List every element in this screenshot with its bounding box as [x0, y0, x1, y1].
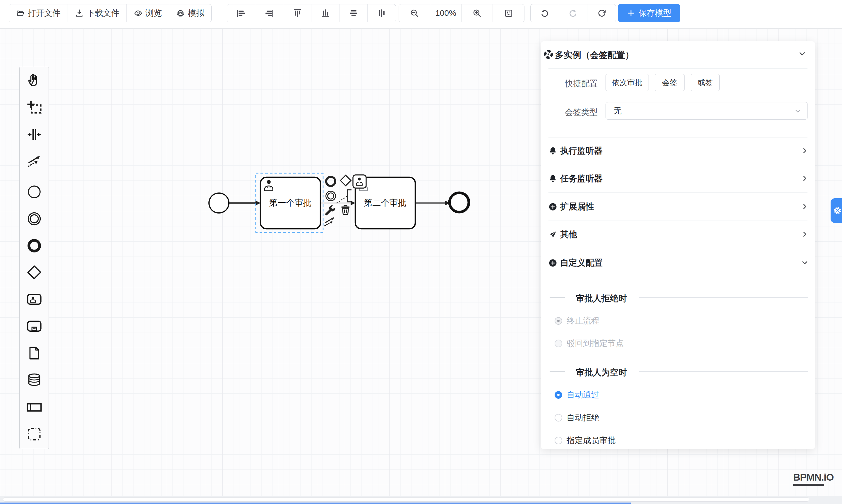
section-extended-attributes[interactable]: 扩展属性	[541, 198, 815, 216]
reset-icon	[597, 8, 607, 18]
quick-option-countersign[interactable]: 会签	[655, 74, 685, 91]
palette-data-object[interactable]	[26, 345, 43, 362]
global-connect-tool[interactable]	[26, 153, 43, 170]
distribute-horizontal-button[interactable]	[368, 4, 396, 22]
sign-type-select[interactable]: 无	[606, 102, 808, 120]
bpmn-diagram: 第一个审批 第二个审批	[187, 164, 492, 246]
task2-label: 第二个审批	[364, 198, 406, 208]
quick-option-sequential[interactable]: 依次审批	[606, 74, 649, 91]
zoom-out-button[interactable]	[399, 4, 430, 22]
radio-icon	[555, 340, 562, 347]
radio-auto-pass[interactable]: 自动通过	[541, 390, 815, 400]
section-label: 执行监听器	[560, 145, 602, 157]
section-execution-listener[interactable]: 执行监听器	[541, 142, 815, 160]
palette-intermediate-event[interactable]	[26, 210, 43, 227]
section-custom-config[interactable]: 自定义配置	[541, 254, 815, 272]
divider	[548, 220, 807, 221]
palette-participant[interactable]	[26, 399, 43, 416]
trash-icon[interactable]	[341, 205, 349, 214]
sequence-flow-3[interactable]	[415, 201, 450, 205]
radio-terminate-process[interactable]: 终止流程	[541, 316, 815, 326]
preview-button[interactable]: 浏览	[127, 4, 169, 22]
zoom-in-button[interactable]	[461, 4, 493, 22]
distribute-vertical-button[interactable]	[339, 4, 368, 22]
reset-button[interactable]	[587, 4, 616, 22]
radio-label: 终止流程	[567, 315, 599, 326]
align-left-button[interactable]	[227, 4, 255, 22]
align-bottom-icon	[320, 8, 330, 18]
gear-icon	[833, 206, 842, 215]
quick-option-orsign[interactable]: 或签	[691, 74, 720, 91]
append-intermediate-event-icon[interactable]	[326, 191, 336, 201]
append-end-event-icon[interactable]	[326, 177, 335, 186]
save-model-button[interactable]: 保存模型	[618, 4, 680, 22]
horizontal-scrollbar[interactable]	[0, 496, 842, 504]
start-event-icon	[27, 184, 41, 199]
open-file-label: 打开文件	[28, 7, 60, 19]
eye-icon	[134, 9, 142, 18]
download-file-button[interactable]: 下载文件	[68, 4, 127, 22]
plus-circle-icon	[548, 202, 557, 211]
chevron-down-icon	[794, 107, 802, 115]
simulate-button[interactable]: 模拟	[169, 4, 211, 22]
radio-auto-reject[interactable]: 自动拒绝	[541, 413, 815, 422]
palette-start-event[interactable]	[26, 183, 43, 200]
panel-title: 多实例（会签配置）	[555, 49, 634, 61]
align-top-button[interactable]	[283, 4, 311, 22]
radio-assign-member[interactable]: 指定成员审批	[541, 436, 815, 445]
align-right-button[interactable]	[255, 4, 283, 22]
bell-icon	[548, 147, 557, 155]
palette-group[interactable]	[26, 426, 43, 443]
chevron-right-icon	[801, 147, 809, 155]
chevron-down-icon[interactable]	[798, 50, 807, 58]
radio-label: 指定成员审批	[567, 435, 616, 446]
hand-icon	[27, 72, 42, 88]
data-object-icon	[27, 346, 41, 360]
palette-gateway[interactable]	[26, 264, 43, 281]
section-task-listener[interactable]: 任务监听器	[541, 170, 815, 187]
append-text-annotation-icon[interactable]	[336, 190, 351, 203]
fit-viewport-button[interactable]	[493, 4, 524, 22]
palette	[19, 67, 49, 449]
zoom-level-value: 100%	[435, 8, 456, 18]
radio-return-to-node[interactable]: 驳回到指定节点	[541, 339, 815, 348]
radio-label: 自动拒绝	[567, 412, 599, 423]
undo-button[interactable]	[531, 4, 559, 22]
palette-data-store[interactable]	[26, 371, 43, 388]
palette-end-event[interactable]	[26, 237, 43, 254]
palette-subprocess[interactable]	[26, 318, 43, 335]
send-icon	[548, 230, 557, 239]
divider	[548, 137, 807, 138]
section-other[interactable]: 其他	[541, 226, 815, 244]
connect-tool-icon[interactable]	[325, 217, 334, 226]
scrollbar-progress	[0, 503, 631, 504]
participant-icon	[26, 399, 42, 415]
quick-config-label: 快捷配置	[565, 78, 598, 89]
empty-title-row: 审批人为空时	[541, 366, 815, 377]
zoom-in-icon	[472, 8, 482, 18]
start-event-node[interactable]	[209, 193, 229, 213]
divider	[548, 277, 807, 277]
open-file-button[interactable]: 打开文件	[9, 4, 68, 22]
append-gateway-icon[interactable]	[340, 175, 351, 186]
distribute-vertical-icon	[349, 8, 358, 18]
space-tool[interactable]	[26, 126, 43, 143]
wrench-icon[interactable]	[325, 205, 335, 215]
hand-tool[interactable]	[26, 71, 43, 88]
radio-label: 自动通过	[567, 389, 599, 400]
chevron-right-icon	[801, 230, 809, 238]
radio-icon	[555, 317, 562, 325]
chevron-down-icon	[801, 258, 809, 267]
user-task-icon	[27, 291, 42, 307]
align-bottom-button[interactable]	[311, 4, 339, 22]
end-event-node[interactable]	[450, 193, 469, 212]
bpmn-io-logo: BPMN.iO	[793, 471, 834, 486]
redo-button[interactable]	[559, 4, 587, 22]
scrollbar-thumb[interactable]	[3, 497, 809, 502]
append-user-task-icon[interactable]	[353, 175, 366, 188]
settings-tab[interactable]	[830, 198, 842, 223]
lasso-tool[interactable]	[26, 99, 43, 116]
task-node-first-approval[interactable]: 第一个审批	[261, 177, 320, 229]
redo-icon	[568, 8, 578, 18]
palette-user-task[interactable]	[26, 291, 43, 308]
